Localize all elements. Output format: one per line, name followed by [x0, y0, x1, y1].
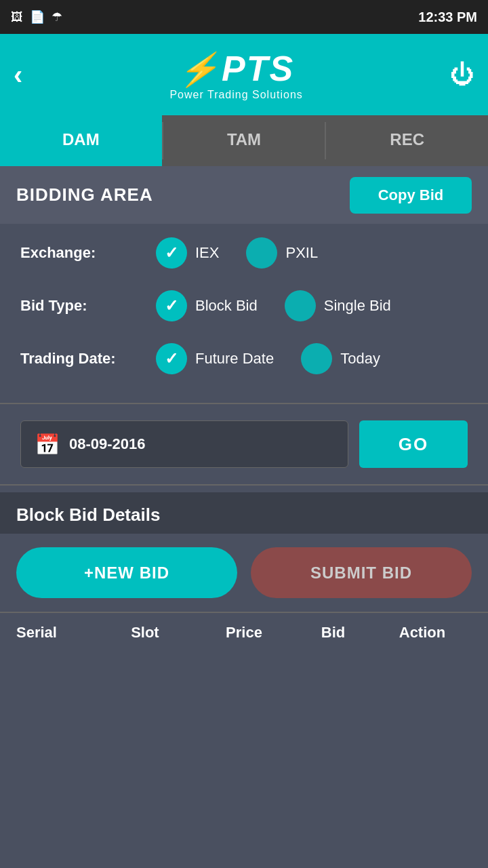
- bid-type-label: Bid Type:: [20, 297, 156, 315]
- today-option[interactable]: Today: [301, 343, 380, 374]
- block-bid-radio[interactable]: [156, 290, 187, 321]
- future-date-option[interactable]: Future Date: [156, 343, 274, 374]
- logo-subtitle: Power Trading Solutions: [169, 89, 302, 101]
- trading-date-options: Future Date Today: [156, 343, 380, 374]
- date-row: 📅 08-09-2016 GO: [0, 411, 488, 484]
- block-bid-title: Block Bid Details: [16, 505, 472, 526]
- pxil-label: PXIL: [285, 244, 318, 262]
- separator-1: [0, 403, 488, 404]
- column-price: Price: [195, 624, 293, 642]
- status-icons: 🖼 📄 ☂: [11, 9, 62, 24]
- today-label: Today: [340, 350, 380, 368]
- trading-date-row: Trading Date: Future Date Today: [20, 343, 468, 374]
- column-action: Action: [373, 624, 472, 642]
- action-buttons: +NEW BID SUBMIT BID: [0, 534, 488, 612]
- iex-label: IEX: [195, 244, 219, 262]
- new-bid-button[interactable]: +NEW BID: [16, 547, 237, 598]
- block-bid-section: Block Bid Details: [0, 492, 488, 534]
- go-button[interactable]: GO: [359, 420, 468, 468]
- date-input-box[interactable]: 📅 08-09-2016: [20, 420, 348, 468]
- image-icon: 🖼: [11, 10, 23, 24]
- form-area: Exchange: IEX PXIL Bid Type: Block Bid S…: [0, 224, 488, 403]
- status-time: 12:33 PM: [418, 9, 477, 25]
- column-slot: Slot: [96, 624, 195, 642]
- single-bid-label: Single Bid: [324, 297, 391, 315]
- bidding-header: BIDDING AREA Copy Bid: [0, 166, 488, 224]
- block-bid-label: Block Bid: [195, 297, 258, 315]
- tab-rec[interactable]: REC: [326, 115, 488, 166]
- logo-area: ⚡PTS Power Trading Solutions: [169, 48, 302, 101]
- umbrella-icon: ☂: [52, 9, 62, 24]
- exchange-iex[interactable]: IEX: [156, 237, 219, 269]
- power-button[interactable]: ⏻: [450, 60, 474, 89]
- back-button[interactable]: ‹: [14, 60, 22, 90]
- today-radio[interactable]: [301, 343, 332, 374]
- calendar-icon: 📅: [35, 433, 60, 456]
- bid-type-block[interactable]: Block Bid: [156, 290, 258, 321]
- column-bid: Bid: [293, 624, 373, 642]
- iex-radio[interactable]: [156, 237, 187, 269]
- logo-main: ⚡PTS: [178, 48, 294, 89]
- pxil-radio[interactable]: [246, 237, 277, 269]
- copy-bid-button[interactable]: Copy Bid: [350, 177, 472, 214]
- bid-type-single[interactable]: Single Bid: [285, 290, 391, 321]
- submit-bid-button[interactable]: SUBMIT BID: [251, 547, 472, 598]
- single-bid-radio[interactable]: [285, 290, 316, 321]
- exchange-label: Exchange:: [20, 244, 156, 262]
- exchange-row: Exchange: IEX PXIL: [20, 237, 468, 269]
- trading-date-label: Trading Date:: [20, 350, 156, 368]
- status-bar: 🖼 📄 ☂ 12:33 PM: [0, 0, 488, 34]
- exchange-pxil[interactable]: PXIL: [246, 237, 318, 269]
- app-header: ‹ ⚡PTS Power Trading Solutions ⏻: [0, 34, 488, 115]
- future-date-label: Future Date: [195, 350, 274, 368]
- table-header: Serial Slot Price Bid Action: [0, 612, 488, 652]
- separator-2: [0, 484, 488, 486]
- tab-bar: DAM TAM REC: [0, 115, 488, 166]
- future-date-radio[interactable]: [156, 343, 187, 374]
- bidding-title: BIDDING AREA: [16, 184, 153, 205]
- tab-dam[interactable]: DAM: [0, 115, 162, 166]
- column-serial: Serial: [16, 624, 96, 642]
- exchange-options: IEX PXIL: [156, 237, 318, 269]
- tab-tam[interactable]: TAM: [163, 115, 325, 166]
- date-value: 08-09-2016: [69, 435, 146, 453]
- lightning-icon: ⚡: [178, 51, 220, 89]
- file-icon: 📄: [30, 9, 45, 24]
- bid-type-options: Block Bid Single Bid: [156, 290, 391, 321]
- bid-type-row: Bid Type: Block Bid Single Bid: [20, 290, 468, 321]
